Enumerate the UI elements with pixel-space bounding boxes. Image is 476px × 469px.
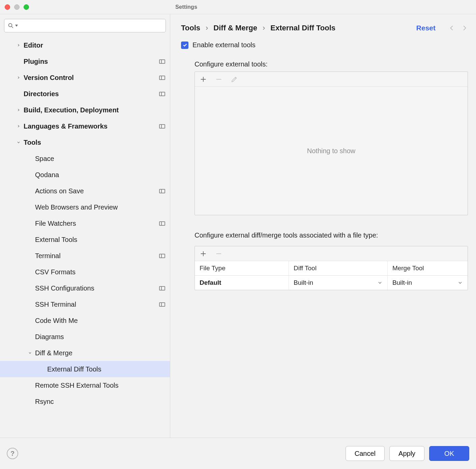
separate-window-icon	[159, 189, 165, 193]
sidebar-item-version-control[interactable]: Version Control	[0, 70, 170, 86]
svg-point-0	[9, 24, 12, 27]
plus-icon	[200, 76, 207, 83]
chevron-right-icon	[16, 42, 22, 48]
window-title: Settings	[175, 4, 243, 10]
chevron-right-icon	[16, 123, 22, 129]
enable-external-tools-label: Enable external tools	[192, 41, 256, 49]
sidebar-item-external-diff-tools[interactable]: External Diff Tools	[0, 361, 170, 377]
sidebar-item-terminal[interactable]: Terminal	[0, 248, 170, 264]
separate-window-icon	[159, 286, 165, 291]
breadcrumb-item: External Diff Tools	[270, 24, 335, 32]
configure-external-tools-label: Configure external tools:	[195, 60, 468, 68]
sidebar-item-label: External Tools	[35, 236, 165, 244]
sidebar-item-label: Directories	[24, 90, 159, 98]
sidebar-item-label: Web Browsers and Preview	[35, 203, 165, 211]
add-row-button[interactable]	[200, 250, 207, 257]
file-type-tools-panel: File Type Diff Tool Merge Tool Default B…	[195, 246, 468, 290]
sidebar-item-external-tools[interactable]: External Tools	[0, 231, 170, 248]
ok-button[interactable]: OK	[429, 446, 469, 461]
search-filter-dropdown-icon[interactable]	[15, 25, 18, 27]
separate-window-icon	[159, 76, 165, 80]
sidebar-item-label: SSH Configurations	[35, 284, 159, 292]
remove-button	[215, 76, 222, 83]
breadcrumb-item[interactable]: Diff & Merge	[213, 24, 257, 32]
sidebar-item-label: Plugins	[24, 58, 159, 65]
sidebar-item-label: Build, Execution, Deployment	[24, 106, 165, 114]
sidebar-item-label: Diff & Merge	[35, 349, 165, 357]
help-button[interactable]: ?	[7, 448, 18, 459]
breadcrumb-item[interactable]: Tools	[181, 24, 200, 32]
configure-file-type-tools-label: Configure external diff/merge tools asso…	[195, 231, 468, 239]
chevron-down-icon	[377, 280, 383, 285]
sidebar-item-label: Code With Me	[35, 317, 165, 325]
table-row[interactable]: Default Built-in Built-in	[195, 276, 468, 290]
column-diff-tool: Diff Tool	[289, 261, 388, 275]
chevron-right-icon	[16, 107, 22, 113]
sidebar-item-label: Diagrams	[35, 333, 165, 341]
sidebar-item-actions-on-save[interactable]: Actions on Save	[0, 183, 170, 199]
minus-icon	[215, 76, 222, 83]
settings-main-panel: Tools › Diff & Merge › External Diff Too…	[170, 14, 476, 438]
sidebar-item-ssh-terminal[interactable]: SSH Terminal	[0, 296, 170, 312]
sidebar-item-code-with-me[interactable]: Code With Me	[0, 312, 170, 329]
svg-line-1	[11, 26, 13, 28]
sidebar-item-languages-frameworks[interactable]: Languages & Frameworks	[0, 118, 170, 134]
chevron-down-icon	[16, 139, 22, 145]
remove-row-button	[215, 250, 222, 257]
sidebar-item-space[interactable]: Space	[0, 150, 170, 167]
pencil-icon	[231, 76, 238, 83]
dialog-button-bar: ? Cancel Apply OK	[0, 438, 476, 469]
chevron-right-icon: ›	[263, 24, 265, 32]
sidebar-item-directories[interactable]: Directories	[0, 86, 170, 102]
external-tools-panel: Nothing to show	[195, 72, 468, 215]
separate-window-icon	[159, 59, 165, 64]
sidebar-item-file-watchers[interactable]: File Watchers	[0, 215, 170, 231]
sidebar-item-remote-ssh-external-tools[interactable]: Remote SSH External Tools	[0, 377, 170, 393]
window-maximize-button[interactable]	[24, 4, 29, 10]
settings-tree: EditorPluginsVersion ControlDirectoriesB…	[0, 35, 170, 438]
search-icon	[8, 23, 14, 29]
chevron-down-icon	[27, 350, 33, 356]
sidebar-item-editor[interactable]: Editor	[0, 37, 170, 53]
cell-diff-tool-dropdown[interactable]: Built-in	[289, 276, 388, 290]
search-input[interactable]	[20, 22, 162, 29]
table-header: File Type Diff Tool Merge Tool	[195, 261, 468, 276]
window-minimize-button[interactable]	[14, 4, 20, 10]
sidebar-item-plugins[interactable]: Plugins	[0, 53, 170, 70]
nav-back-icon[interactable]	[448, 24, 456, 32]
separate-window-icon	[159, 254, 165, 258]
cell-diff-tool-value: Built-in	[294, 279, 313, 286]
sidebar-item-label: CSV Formats	[35, 268, 165, 276]
nav-forward-icon[interactable]	[460, 24, 468, 32]
apply-button[interactable]: Apply	[389, 446, 424, 461]
check-icon	[182, 43, 187, 48]
add-button[interactable]	[200, 76, 207, 83]
cancel-button[interactable]: Cancel	[346, 446, 385, 461]
sidebar-item-diff-merge[interactable]: Diff & Merge	[0, 345, 170, 361]
sidebar-item-label: Editor	[24, 42, 165, 49]
sidebar-item-label: Qodana	[35, 171, 165, 179]
plus-icon	[200, 250, 207, 257]
sidebar-item-label: Rsync	[35, 398, 165, 406]
sidebar-item-tools[interactable]: Tools	[0, 134, 170, 150]
reset-button[interactable]: Reset	[416, 24, 436, 32]
window-close-button[interactable]	[5, 4, 10, 10]
edit-button	[231, 76, 238, 83]
sidebar-item-csv-formats[interactable]: CSV Formats	[0, 264, 170, 280]
chevron-down-icon	[457, 280, 463, 285]
sidebar-item-web-browsers-and-preview[interactable]: Web Browsers and Preview	[0, 199, 170, 215]
sidebar-item-label: Space	[35, 155, 165, 163]
cell-file-type: Default	[195, 276, 289, 290]
separate-window-icon	[159, 221, 165, 226]
separate-window-icon	[159, 92, 165, 96]
sidebar-item-rsync[interactable]: Rsync	[0, 393, 170, 410]
sidebar-item-qodana[interactable]: Qodana	[0, 167, 170, 183]
sidebar-item-label: Actions on Save	[35, 187, 159, 195]
sidebar-item-ssh-configurations[interactable]: SSH Configurations	[0, 280, 170, 296]
cell-merge-tool-dropdown[interactable]: Built-in	[388, 276, 468, 290]
sidebar-item-label: External Diff Tools	[47, 365, 165, 373]
enable-external-tools-checkbox[interactable]	[181, 42, 188, 49]
sidebar-item-build-execution-deployment[interactable]: Build, Execution, Deployment	[0, 102, 170, 118]
sidebar-item-diagrams[interactable]: Diagrams	[0, 329, 170, 345]
search-input-wrapper[interactable]	[4, 19, 166, 32]
